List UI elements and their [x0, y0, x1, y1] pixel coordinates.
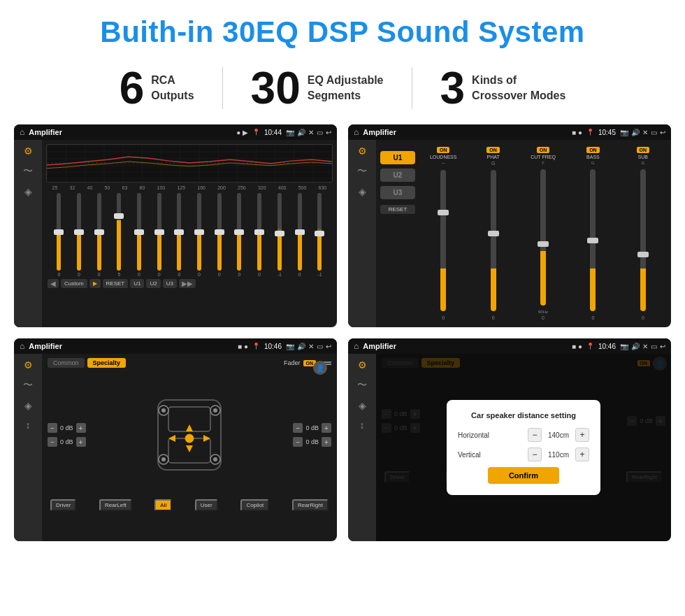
eq-next-button[interactable]: ▶▶	[179, 279, 196, 288]
home-icon-3[interactable]: ⌂	[20, 341, 24, 351]
freq-50: 50	[105, 185, 110, 190]
eq-u3-button[interactable]: U3	[163, 279, 177, 288]
app-name-4: Amplifier	[363, 342, 568, 350]
plus-tl-button[interactable]: +	[76, 423, 86, 433]
freq-80: 80	[140, 185, 145, 190]
eq-play-button[interactable]: ▶	[89, 279, 101, 288]
crossover-reset-button[interactable]: RESET	[380, 205, 415, 214]
eq-slider-10: 0	[237, 193, 241, 277]
home-icon-2[interactable]: ⌂	[354, 127, 359, 137]
horizontal-plus-button[interactable]: +	[575, 428, 589, 442]
minus-br-button[interactable]: −	[293, 437, 303, 447]
plus-br-button[interactable]: +	[322, 437, 331, 447]
fader-main-area: Common Specialty Fader ON 👤	[42, 354, 337, 541]
channel-bass: ON BASS G 0	[569, 147, 616, 320]
rearright-button[interactable]: RearRight	[292, 499, 329, 511]
bass-toggle[interactable]: ON	[586, 147, 600, 153]
eq-icon[interactable]: ⚙	[24, 145, 33, 157]
horizontal-value: 140cm	[545, 431, 572, 439]
home-icon-4[interactable]: ⌂	[354, 341, 359, 351]
speaker-icon-3[interactable]: ◈	[24, 400, 32, 411]
status-icons-1: 📷 🔊 ✕ ▭ ↩	[286, 129, 331, 136]
preset-u2-button[interactable]: U2	[380, 169, 415, 182]
eq-custom-button[interactable]: Custom	[61, 279, 87, 288]
user-button[interactable]: User	[195, 499, 218, 511]
eq-prev-button[interactable]: ◀	[48, 279, 59, 288]
time-2: 10:45	[598, 129, 616, 136]
screen2-content: ⚙ 〜 ◈ U1 U2 U3 RESET ON	[348, 140, 671, 327]
left-sidebar-2: ⚙ 〜 ◈	[348, 140, 376, 327]
minus-tr-button[interactable]: −	[293, 423, 303, 433]
app-name-1: Amplifier	[29, 128, 232, 136]
cutfreq-toggle[interactable]: ON	[537, 147, 550, 153]
eq-reset-button[interactable]: RESET	[103, 279, 129, 288]
loudness-toggle[interactable]: ON	[437, 147, 450, 153]
screen3-content: ⚙ 〜 ◈ ↕ Common Specialty Fader ON	[14, 354, 337, 541]
horizontal-minus-button[interactable]: −	[528, 428, 542, 442]
rearleft-button[interactable]: RearLeft	[99, 499, 132, 511]
volume-icon: 🔊	[297, 129, 305, 136]
eq-bottom-bar: ◀ Custom ▶ RESET U1 U2 U3 ▶▶	[46, 277, 333, 290]
preset-u1-button[interactable]: U1	[380, 151, 415, 164]
camera-icon-3: 📷	[286, 343, 294, 350]
copilot-button[interactable]: Copilot	[240, 499, 269, 511]
db-value-bl: 0 dB	[60, 438, 73, 445]
fader-label-text: Fader	[284, 359, 301, 366]
back-icon-3[interactable]: ↩	[326, 343, 331, 350]
profile-icon[interactable]: 👤	[313, 361, 327, 375]
back-icon-4[interactable]: ↩	[660, 343, 665, 350]
speaker-icon[interactable]: ◈	[24, 186, 32, 197]
minus-bl-button[interactable]: −	[48, 437, 57, 447]
freq-320: 320	[258, 185, 266, 190]
arrows-icon[interactable]: ↕	[26, 420, 31, 431]
eq-u2-button[interactable]: U2	[146, 279, 160, 288]
preset-u3-button[interactable]: U3	[380, 186, 415, 199]
speaker-icon-4[interactable]: ◈	[359, 400, 366, 411]
tab-specialty[interactable]: Specialty	[87, 358, 127, 368]
freq-63: 63	[122, 185, 128, 190]
camera-icon: 📷	[286, 129, 294, 136]
wave-icon-4[interactable]: 〜	[357, 379, 367, 392]
wave-icon[interactable]: 〜	[23, 165, 33, 178]
location-icon-4: 📍	[586, 343, 594, 350]
eq-slider-1: 0	[57, 193, 61, 277]
minus-tl-button[interactable]: −	[48, 423, 57, 433]
eq-icon-2[interactable]: ⚙	[358, 145, 367, 157]
wave-icon-3[interactable]: 〜	[23, 379, 33, 392]
speaker-icon-2[interactable]: ◈	[359, 186, 366, 197]
eq-icon-4[interactable]: ⚙	[358, 359, 367, 371]
home-icon[interactable]: ⌂	[20, 127, 24, 137]
stats-row: 6 RCA Outputs 30 EQ Adjustable Segments …	[0, 60, 685, 124]
confirm-button[interactable]: Confirm	[488, 467, 559, 484]
arrows-icon-4[interactable]: ↕	[360, 420, 365, 431]
eq-sliders-area: 0 0 0 5 0	[46, 193, 333, 277]
status-icons-4: 📷 🔊 ✕ ▭ ↩	[620, 343, 665, 350]
phat-toggle[interactable]: ON	[486, 147, 500, 153]
wave-icon-2[interactable]: 〜	[357, 165, 367, 178]
status-bar-4: ⌂ Amplifier ■ ● 📍 10:46 📷 🔊 ✕ ▭ ↩	[348, 338, 671, 354]
eq-slider-11: 0	[257, 193, 261, 277]
volume-icon-4: 🔊	[631, 343, 640, 350]
vertical-control: − 110cm +	[528, 447, 589, 461]
vertical-minus-button[interactable]: −	[528, 447, 542, 461]
vertical-plus-button[interactable]: +	[575, 447, 589, 461]
all-button[interactable]: All	[154, 499, 172, 511]
back-icon-2[interactable]: ↩	[660, 129, 665, 136]
tab-common[interactable]: Common	[48, 358, 85, 368]
db-control-tr: − 0 dB +	[293, 423, 331, 433]
db-value-tr: 0 dB	[305, 424, 319, 431]
plus-bl-button[interactable]: +	[76, 437, 86, 447]
x-icon-2: ✕	[642, 129, 648, 136]
eq-slider-8: 0	[197, 193, 201, 277]
eq-icon-3[interactable]: ⚙	[24, 359, 33, 371]
db-value-br: 0 dB	[305, 438, 319, 445]
back-icon[interactable]: ↩	[326, 129, 331, 136]
stat-eq-label2: Segments	[308, 88, 384, 103]
plus-tr-button[interactable]: +	[322, 423, 331, 433]
time-3: 10:46	[264, 343, 282, 350]
driver-button[interactable]: Driver	[50, 499, 76, 511]
eq-u1-button[interactable]: U1	[130, 279, 144, 288]
db-value-tl: 0 dB	[60, 424, 73, 431]
sub-toggle[interactable]: ON	[637, 147, 650, 153]
stat-crossover-label1: Kinds of	[472, 73, 565, 88]
